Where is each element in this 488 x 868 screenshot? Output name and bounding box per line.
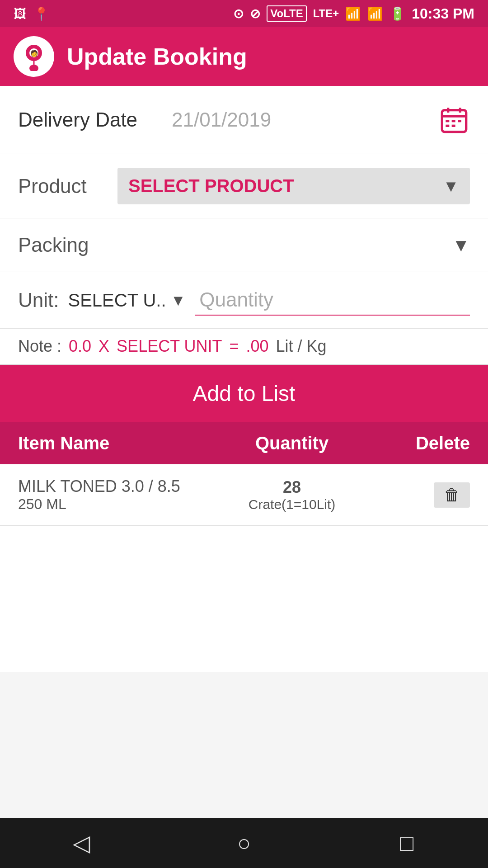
add-to-list-button[interactable]: Add to List: [0, 365, 488, 422]
home-button[interactable]: ○: [226, 825, 262, 861]
lte-label: LTE+: [313, 7, 339, 20]
table-header: Item Name Quantity Delete: [0, 422, 488, 464]
status-bar: 🖼 📍 ⊙ ⊘ VoLTE LTE+ 📶 📶 🔋 10:33 PM: [0, 0, 488, 27]
table-item-name-cell: MILK TONED 3.0 / 8.5 250 ML: [18, 477, 224, 513]
product-select-text: SELECT PRODUCT: [128, 176, 294, 196]
column-header-item-name: Item Name: [18, 433, 224, 453]
recents-icon: □: [400, 830, 413, 856]
column-header-delete: Delete: [361, 433, 470, 453]
note-equals: =: [230, 337, 239, 356]
unit-quantity-row: Unit: SELECT U.. ▼: [0, 272, 488, 329]
note-row: Note : 0.0 X SELECT UNIT = .00 Lit / Kg: [0, 329, 488, 365]
svg-rect-11: [458, 120, 461, 122]
home-icon: ○: [237, 830, 251, 856]
status-right-info: ⊙ ⊘ VoLTE LTE+ 📶 📶 🔋 10:33 PM: [233, 5, 474, 22]
unit-dropdown-arrow: ▼: [171, 292, 186, 309]
svg-rect-13: [452, 125, 455, 127]
unit-select-dropdown[interactable]: SELECT U.. ▼: [68, 290, 186, 311]
svg-text:🧑: 🧑: [30, 50, 38, 57]
image-icon: 🖼: [14, 6, 26, 21]
table-delete-cell: 🗑: [361, 482, 470, 508]
item-qty-number: 28: [283, 478, 301, 497]
unit-select-text: SELECT U..: [68, 290, 166, 311]
main-content: Delivery Date 21/01/2019 Product SELECT …: [0, 86, 488, 672]
svg-point-1: [29, 65, 38, 71]
delete-button[interactable]: 🗑: [434, 482, 470, 508]
signal-icon-2: 📶: [367, 6, 383, 21]
note-unit-name: SELECT UNIT: [117, 337, 222, 356]
note-label: Note :: [18, 337, 61, 356]
item-qty-unit: Crate(1=10Lit): [249, 497, 336, 512]
trash-icon: 🗑: [444, 486, 460, 505]
note-unit-type: Lit / Kg: [276, 337, 327, 356]
unit-label: Unit:: [18, 289, 59, 311]
status-left-icons: 🖼 📍: [14, 6, 49, 21]
time-display: 10:33 PM: [412, 5, 474, 22]
delivery-date-row: Delivery Date 21/01/2019: [0, 86, 488, 154]
dnd-icon: ⊘: [250, 6, 260, 21]
back-button[interactable]: ◁: [63, 825, 99, 861]
app-header: 🧑 Update Booking: [0, 27, 488, 86]
column-header-quantity: Quantity: [224, 433, 361, 453]
svg-rect-9: [446, 120, 449, 122]
app-logo: 🧑: [14, 36, 54, 77]
product-dropdown-arrow: ▼: [443, 177, 459, 196]
bottom-navigation: ◁ ○ □: [0, 818, 488, 868]
battery-icon: 🔋: [389, 6, 405, 21]
table-row: MILK TONED 3.0 / 8.5 250 ML 28 Crate(1=1…: [0, 464, 488, 526]
svg-rect-10: [452, 120, 455, 122]
svg-rect-12: [446, 125, 449, 127]
note-result: .00: [246, 337, 269, 356]
hotspot-icon: ⊙: [233, 6, 244, 21]
packing-dropdown-arrow: ▼: [452, 235, 470, 255]
item-name-line1: MILK TONED 3.0 / 8.5: [18, 477, 224, 496]
page-title: Update Booking: [67, 43, 247, 70]
product-row: Product SELECT PRODUCT ▼: [0, 154, 488, 218]
volte-badge: VoLTE: [267, 5, 306, 22]
calendar-button[interactable]: [438, 104, 470, 136]
signal-icon-1: 📶: [345, 6, 361, 21]
packing-label: Packing: [18, 234, 89, 256]
delivery-date-label: Delivery Date: [18, 108, 172, 131]
note-qty-value: 0.0: [69, 337, 91, 356]
back-icon: ◁: [73, 830, 90, 856]
product-label: Product: [18, 175, 117, 198]
product-select-dropdown[interactable]: SELECT PRODUCT ▼: [117, 168, 470, 204]
recents-button[interactable]: □: [389, 825, 425, 861]
quantity-input[interactable]: [195, 285, 470, 316]
item-name-line2: 250 ML: [18, 496, 224, 513]
packing-row[interactable]: Packing ▼: [0, 218, 488, 272]
location-icon: 📍: [33, 6, 49, 21]
table-quantity-cell: 28 Crate(1=10Lit): [224, 478, 361, 512]
delivery-date-value: 21/01/2019: [172, 108, 438, 131]
empty-space: [0, 672, 488, 819]
logo-image: 🧑: [18, 41, 50, 72]
note-x-separator: X: [99, 337, 109, 356]
